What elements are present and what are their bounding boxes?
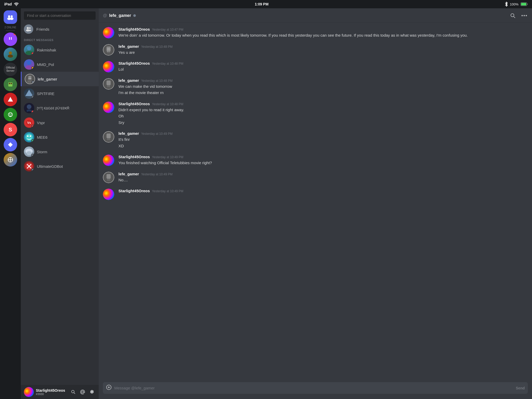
message-text: We're doin' a vid tomorrow. Or today whe… <box>118 32 528 38</box>
dm-item-mmd[interactable]: MMD_Pol <box>21 57 99 72</box>
message-text: Didn't expect you to read it right away.… <box>118 107 528 126</box>
message-author: lefe_gamer <box>118 44 139 49</box>
dm-name-rakmishak: Rakmishak <box>37 48 56 52</box>
user-settings-button[interactable] <box>88 388 96 396</box>
message-text: You finished watching Official Teletubbi… <box>118 160 528 166</box>
svg-point-49 <box>524 15 525 16</box>
svg-point-32 <box>27 104 31 109</box>
svg-rect-11 <box>9 83 10 84</box>
message-header: Starlight45Oreos Yesterday at 10:48 PM <box>118 61 528 65</box>
server-icon-bottom[interactable] <box>4 153 17 167</box>
message-header: lefe_gamer Yesterday at 10:49 PM <box>118 131 528 136</box>
dm-item-rakmishak[interactable]: Rakmishak <box>21 43 99 57</box>
dm-avatar-mmd <box>24 59 34 70</box>
battery-percent: 100% <box>510 2 518 6</box>
dm-item-mee6[interactable]: MEE6 <box>21 130 99 144</box>
server-icon-brown[interactable] <box>4 48 17 61</box>
message-content: Starlight45Oreos Yesterday at 10:48 PM L… <box>118 61 528 73</box>
user-search-button[interactable] <box>70 388 77 396</box>
send-button[interactable]: Send <box>516 386 525 390</box>
message-content: lefe_gamer Yesterday at 10:48 PM Yes u a… <box>118 44 528 56</box>
message-timestamp: Yesterday at 10:48 PM <box>141 45 172 49</box>
search-input[interactable] <box>24 11 96 20</box>
svg-point-43 <box>72 390 74 393</box>
svg-point-9 <box>8 55 13 58</box>
svg-rect-1 <box>521 3 526 5</box>
message-content: Starlight45Oreos Yesterday at 10:49 PM <box>118 189 528 200</box>
battery-icon <box>521 2 528 6</box>
svg-point-2 <box>8 15 10 17</box>
app-body: 2 ONLINE 5 Official Server <box>0 8 532 399</box>
svg-rect-7 <box>11 37 12 40</box>
chat-header-icons <box>509 12 528 19</box>
message-group: lefe_gamer Yesterday at 10:48 PM We can … <box>103 78 528 96</box>
svg-point-8 <box>9 51 12 55</box>
svg-line-47 <box>514 16 515 18</box>
server-icon-twitch[interactable]: 5 <box>4 32 17 46</box>
chat-input[interactable] <box>114 382 513 394</box>
server-icon-scary[interactable] <box>4 108 17 121</box>
dm-name-storm: Storm <box>37 150 47 154</box>
message-author: Starlight45Oreos <box>118 61 150 65</box>
dm-item-storm[interactable]: Storm <box>21 144 99 159</box>
message-avatar-lefe <box>103 131 114 143</box>
message-group: Starlight45Oreos Yesterday at 10:49 PM <box>103 189 528 200</box>
server-icon-blue[interactable] <box>4 138 17 151</box>
svg-marker-31 <box>25 90 33 96</box>
message-avatar-starlight <box>103 102 114 113</box>
svg-point-3 <box>11 15 13 17</box>
chat-search-button[interactable] <box>509 12 516 19</box>
user-bar-icons <box>70 388 96 396</box>
dm-avatar-mee6 <box>24 132 34 142</box>
status-dot-mmd <box>31 66 34 70</box>
dm-name-ugdbot: UltimateGDBot <box>37 164 63 169</box>
svg-point-48 <box>522 15 523 16</box>
dm-avatar-spitfire <box>24 88 34 99</box>
server-divider <box>6 30 15 31</box>
dm-item-vspr[interactable]: Vs Vspr <box>21 115 99 130</box>
dm-item-ugdbot[interactable]: UltimateGDBot <box>21 159 99 174</box>
dm-item-spitfire[interactable]: SPITFIRE <box>21 86 99 101</box>
status-dot-eagle <box>31 110 34 113</box>
dm-server-icon[interactable] <box>4 10 17 24</box>
dm-item-eagle[interactable]: [YT] €∆G£€ βŪ¹£Ð€Ř <box>21 101 99 115</box>
dm-name-mee6: MEE6 <box>37 135 48 139</box>
dm-item-lefe[interactable]: lefe lefe_gamer <box>21 72 99 86</box>
server-icon-s[interactable]: S <box>4 123 17 136</box>
server-icon-minecraft[interactable] <box>4 78 17 91</box>
status-dot-storm <box>31 154 34 157</box>
svg-rect-64 <box>109 179 110 181</box>
svg-rect-62 <box>107 174 111 179</box>
message-avatar-lefe: lefe gamer <box>103 44 114 56</box>
attachment-button[interactable] <box>106 384 112 391</box>
user-mention-button[interactable] <box>79 388 86 396</box>
message-author: lefe_gamer <box>118 78 139 83</box>
server-icon-red[interactable] <box>4 93 17 106</box>
message-avatar-starlight <box>103 27 114 38</box>
server-icon-official[interactable]: Official Server <box>4 63 17 76</box>
svg-point-24 <box>27 46 31 50</box>
status-dot-spitfire <box>31 96 34 99</box>
svg-rect-61 <box>109 138 110 140</box>
message-content: Starlight45Oreos Yesterday at 10:47 PM W… <box>118 27 528 39</box>
chat-header-left: @ lefe_gamer <box>103 13 136 18</box>
svg-rect-12 <box>11 83 12 84</box>
chat-header-at: @ <box>103 13 107 18</box>
chat-messages[interactable]: Starlight45Oreos Yesterday at 10:47 PM W… <box>99 23 532 379</box>
friends-item[interactable]: Friends <box>21 22 99 36</box>
bluetooth-icon <box>505 2 508 6</box>
message-header: lefe_gamer Yesterday at 10:48 PM <box>118 44 528 49</box>
chat-more-button[interactable] <box>521 12 528 19</box>
dm-sidebar: Friends DIRECT MESSAGES Rakmishak <box>21 8 99 399</box>
user-bar-name: Starlight45Oreos <box>36 388 68 393</box>
message-header: Starlight45Oreos Yesterday at 10:48 PM <box>118 102 528 106</box>
chat-header-status-dot <box>133 14 136 17</box>
message-text: Lol <box>118 66 528 72</box>
message-author: Starlight45Oreos <box>118 27 150 31</box>
status-dot-rakmishak <box>31 52 34 55</box>
svg-rect-6 <box>9 37 10 40</box>
friends-avatar <box>24 24 33 34</box>
message-content: lefe_gamer Yesterday at 10:49 PM It's fi… <box>118 131 528 149</box>
svg-point-5 <box>10 17 14 20</box>
message-author: Starlight45Oreos <box>118 189 150 193</box>
